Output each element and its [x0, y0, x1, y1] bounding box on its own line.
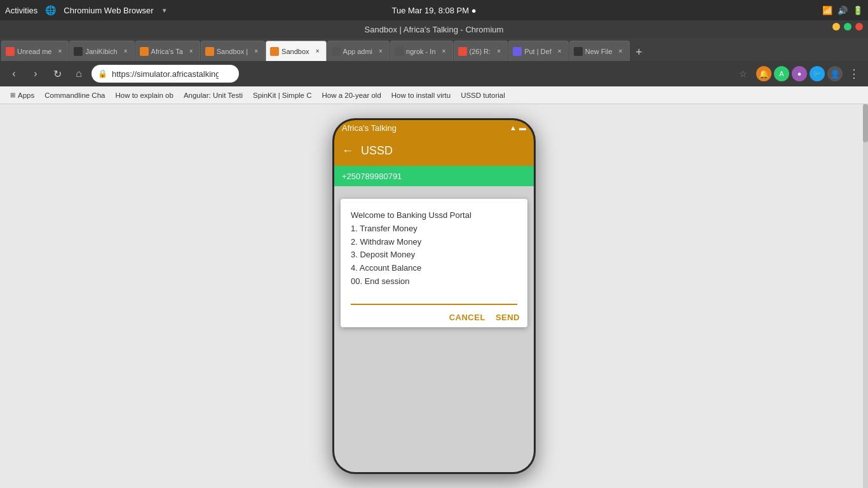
tab-favicon-sandbox2: [270, 47, 279, 56]
lock-icon: 🔒: [98, 69, 107, 78]
ussd-dialog: Welcome to Banking Ussd Portal 1. Transf…: [341, 199, 527, 327]
browser-icons-right: 🔔 A ● 🐦 👤 ⋮: [756, 65, 863, 83]
ussd-menu-items: 1. Transfer Money2. Withdraw Money3. Dep…: [351, 222, 517, 288]
tab-label-ngrok: ngrok - In: [406, 48, 435, 55]
tab-close-unread[interactable]: ×: [55, 47, 64, 56]
new-tab-button[interactable]: +: [630, 43, 648, 61]
scrollbar-thumb[interactable]: [863, 104, 868, 142]
back-button[interactable]: ‹: [5, 65, 23, 83]
bookmark-ussd-tutorial[interactable]: USSD tutorial: [456, 90, 510, 100]
ussd-menu-item: 2. Withdraw Money: [351, 236, 517, 249]
ussd-menu-title: Welcome to Banking Ussd Portal: [351, 209, 517, 222]
signal-icon: ▲: [510, 124, 517, 132]
tab-favicon-unread: [6, 47, 15, 56]
bookmark-label: Angular: Unit Testi: [184, 92, 243, 99]
tabs-bar: Unread me×JaniKibich×Africa's Ta×Sandbox…: [0, 38, 868, 61]
bookmarks-bar: ⊞AppsCommandline ChaHow to explain obAng…: [0, 86, 868, 104]
tab-close-sandbox1[interactable]: ×: [252, 47, 261, 56]
tab-label-africas: Africa's Ta: [151, 48, 183, 55]
phone-status-bar: Africa's Talking ▲ ▬: [334, 120, 534, 135]
cancel-button[interactable]: CANCEL: [449, 313, 485, 322]
volume-icon: 🔊: [837, 6, 848, 15]
tab-close-sandbox2[interactable]: ×: [313, 47, 322, 56]
bookmark-how-to-install-[interactable]: How to install virtu: [386, 90, 456, 100]
os-bar-right: 📶 🔊 🔋: [822, 6, 863, 15]
tab-putdef[interactable]: Put | Def×: [508, 41, 569, 61]
twitter-icon[interactable]: 🐦: [810, 66, 825, 81]
ussd-actions: CANCEL SEND: [341, 308, 527, 327]
tab-sandbox2[interactable]: Sandbox×: [266, 41, 326, 61]
menu-button[interactable]: ⋮: [845, 65, 863, 83]
tab-africas[interactable]: Africa's Ta×: [135, 41, 200, 61]
bookmark-apps[interactable]: ⊞Apps: [5, 90, 39, 100]
tab-close-janikibich[interactable]: ×: [121, 47, 130, 56]
address-bar[interactable]: [92, 65, 239, 83]
bookmark-star-icon[interactable]: ☆: [739, 69, 747, 79]
avatar-icon[interactable]: 👤: [827, 66, 843, 81]
back-arrow-icon[interactable]: ←: [342, 144, 353, 158]
nav-bar: ‹ › ↻ ⌂ 🔒 ☆ 🔔 A ● 🐦 👤 ⋮: [0, 61, 868, 86]
bookmark-commandline-cha[interactable]: Commandline Cha: [39, 90, 110, 100]
bookmark-how-a-20-year-o[interactable]: How a 20-year old: [316, 90, 386, 100]
tab-favicon-putdef: [513, 47, 522, 56]
tab-ngrok[interactable]: ngrok - In×: [390, 41, 452, 61]
phone-header: ← USSD: [334, 135, 534, 166]
tab-label-sandbox1: Sandbox |: [217, 48, 248, 55]
minimize-btn[interactable]: [832, 23, 840, 30]
bookmark-angular:-unit-t[interactable]: Angular: Unit Testi: [179, 90, 248, 100]
tab-close-newfile[interactable]: ×: [616, 47, 625, 56]
tab-close-putdef[interactable]: ×: [555, 47, 564, 56]
tab-label-putdef: Put | Def: [524, 48, 552, 55]
maximize-btn[interactable]: [844, 23, 851, 30]
ussd-text: Welcome to Banking Ussd Portal 1. Transf…: [351, 209, 517, 288]
reload-button[interactable]: ↻: [48, 65, 66, 83]
notification-icon[interactable]: 🔔: [756, 66, 771, 81]
bookmark-label: USSD tutorial: [461, 92, 505, 99]
ussd-input-line: [351, 304, 517, 305]
phone-number-bar: +250789980791: [334, 166, 534, 186]
tab-appadmin[interactable]: App admi×: [327, 41, 390, 61]
send-button[interactable]: SEND: [496, 313, 520, 322]
bookmark-label: How to install virtu: [391, 92, 451, 99]
tab-label-appadmin: App admi: [343, 48, 372, 55]
bookmark-spinkit-|-simpl[interactable]: SpinKit | Simple C: [248, 90, 316, 100]
tab-favicon-appadmin: [332, 47, 341, 56]
battery-phone-icon: ▬: [519, 124, 526, 132]
extension-icon-1[interactable]: A: [774, 66, 789, 81]
os-datetime: Tue Mar 19, 8:08 PM ●: [391, 6, 476, 15]
tab-close-appadmin[interactable]: ×: [376, 47, 385, 56]
browser-title-bar: Sandbox | Africa's Talking - Chromium: [0, 20, 868, 38]
tab-youtube[interactable]: (26) R:×: [454, 41, 508, 61]
tab-close-youtube[interactable]: ×: [494, 47, 503, 56]
content-area: Africa's Talking ▲ ▬ ← USSD +25078998079…: [0, 104, 868, 488]
address-container: 🔒 ☆: [92, 65, 752, 83]
close-btn[interactable]: [855, 23, 863, 30]
tab-label-janikibich: JaniKibich: [85, 48, 117, 55]
phone-body: Welcome to Banking Ussd Portal 1. Transf…: [334, 186, 534, 472]
extension-icon-2[interactable]: ●: [792, 66, 807, 81]
browser-title: Sandbox | Africa's Talking - Chromium: [365, 25, 504, 34]
tab-unread[interactable]: Unread me×: [1, 41, 69, 61]
forward-button[interactable]: ›: [27, 65, 44, 83]
ussd-menu-item: 00. End session: [351, 275, 517, 288]
home-button[interactable]: ⌂: [70, 65, 88, 83]
ussd-menu-item: 1. Transfer Money: [351, 222, 517, 236]
ussd-content: Welcome to Banking Ussd Portal 1. Transf…: [341, 199, 527, 299]
browser-name[interactable]: Chromium Web Browser: [64, 6, 153, 15]
activities-button[interactable]: Activities: [5, 6, 37, 15]
tab-close-africas[interactable]: ×: [187, 47, 196, 56]
scrollbar[interactable]: [863, 104, 868, 488]
dropdown-icon[interactable]: ▼: [161, 7, 168, 14]
phone-status-icons: ▲ ▬: [510, 124, 526, 132]
tab-janikibich[interactable]: JaniKibich×: [69, 41, 134, 61]
wifi-icon: 📶: [822, 6, 832, 15]
tab-newfile[interactable]: New File×: [569, 41, 630, 61]
tab-label-newfile: New File: [585, 48, 613, 55]
tab-sandbox1[interactable]: Sandbox |×: [201, 41, 265, 61]
ussd-menu-item: 4. Account Balance: [351, 262, 517, 275]
phone-number: +250789980791: [342, 172, 402, 181]
bookmark-label: How a 20-year old: [322, 92, 381, 99]
tab-close-ngrok[interactable]: ×: [440, 47, 449, 56]
bookmark-label: Commandline Cha: [44, 92, 105, 99]
bookmark-how-to-explain-[interactable]: How to explain ob: [110, 90, 178, 100]
